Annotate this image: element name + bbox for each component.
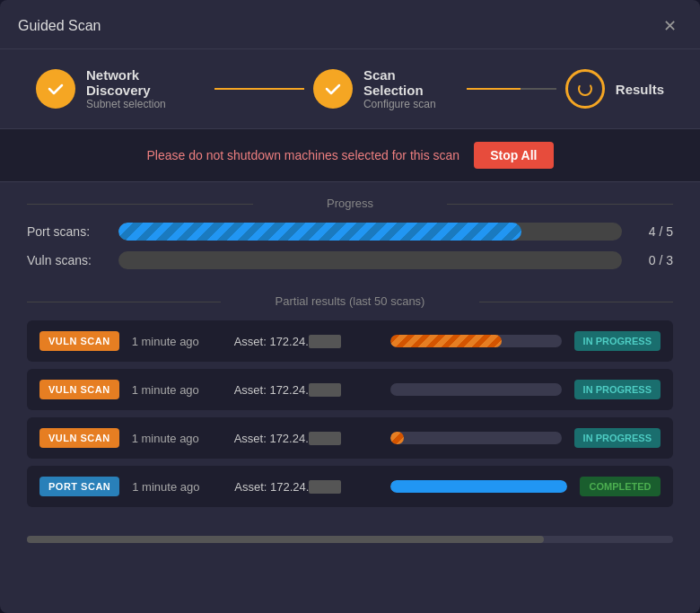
scan-asset: Asset: 172.24. (234, 480, 378, 494)
status-badge: COMPLETED (580, 477, 661, 496)
partial-results-section: Partial results (last 50 scans) VULN SCA… (0, 294, 700, 529)
port-scans-track (118, 223, 622, 241)
scan-asset: Asset: 172.24. (234, 432, 378, 445)
step-text-network: Network Discovery Subnet selection (86, 67, 206, 110)
scan-progress-track (390, 480, 567, 493)
progress-title: Progress (27, 197, 673, 210)
progress-section: Progress Port scans: 4 / 5 Vuln scans: 0… (0, 182, 700, 294)
scrollbar-thumb (27, 536, 544, 543)
scan-type-badge: PORT SCAN (39, 477, 119, 496)
scan-progress-track (390, 335, 562, 347)
step-icon-results (565, 69, 605, 109)
scan-type-badge: VULN SCAN (39, 331, 119, 351)
step-label-scan: Scan Selection (363, 67, 458, 98)
loading-icon (577, 81, 593, 97)
port-scans-label: Port scans: (27, 224, 108, 239)
vuln-scans-track (118, 251, 622, 269)
scan-progress-fill (390, 335, 502, 347)
port-scans-row: Port scans: 4 / 5 (27, 223, 673, 241)
scrollbar[interactable] (27, 536, 673, 543)
connector-2 (467, 88, 556, 90)
scan-progress-fill (390, 432, 404, 444)
scan-time: 1 minute ago (132, 383, 222, 397)
checkmark-icon (47, 80, 65, 98)
scan-asset: Asset: 172.24. (234, 383, 378, 397)
stop-all-button[interactable]: Stop All (474, 142, 553, 169)
modal-title: Guided Scan (18, 18, 101, 34)
port-scans-count: 4 / 5 (633, 224, 673, 239)
step-sublabel-network: Subnet selection (86, 98, 206, 110)
vuln-scans-row: Vuln scans: 0 / 3 (27, 251, 673, 269)
step-label-results: Results (616, 82, 664, 97)
step-icon-scan-selection (313, 69, 353, 109)
status-badge: IN PROGRESS (574, 380, 661, 399)
scan-time: 1 minute ago (132, 432, 222, 445)
scan-type-badge: VULN SCAN (39, 380, 119, 399)
scan-time: 1 minute ago (132, 335, 222, 348)
scan-row: PORT SCAN 1 minute ago Asset: 172.24. CO… (27, 466, 673, 507)
step-icon-network-discovery (36, 69, 75, 109)
scan-row: VULN SCAN 1 minute ago Asset: 172.24. IN… (27, 417, 673, 459)
connector-1 (214, 88, 304, 90)
status-badge: IN PROGRESS (574, 428, 661, 448)
scan-progress-track (390, 383, 562, 396)
scan-progress-fill (390, 480, 567, 493)
modal-header: Guided Scan ✕ (0, 0, 700, 49)
warning-bar: Please do not shutdown machines selected… (0, 128, 700, 182)
close-button[interactable]: ✕ (658, 14, 682, 38)
vuln-scans-label: Vuln scans: (27, 253, 108, 267)
scan-progress-track (390, 432, 562, 444)
scan-type-badge: VULN SCAN (39, 428, 119, 448)
step-scan-selection: Scan Selection Configure scan (313, 67, 458, 110)
guided-scan-modal: Guided Scan ✕ Network Discovery Subnet s… (0, 0, 700, 613)
step-sublabel-scan: Configure scan (363, 98, 458, 110)
scan-row: VULN SCAN 1 minute ago Asset: 172.24. IN… (27, 369, 673, 410)
step-text-results: Results (616, 82, 664, 97)
steps-bar: Network Discovery Subnet selection Scan … (0, 49, 700, 128)
step-network-discovery: Network Discovery Subnet selection (36, 67, 206, 110)
scan-time: 1 minute ago (132, 480, 222, 494)
checkmark-icon-2 (324, 80, 342, 98)
svg-point-0 (579, 83, 591, 95)
step-label-network: Network Discovery (86, 67, 206, 98)
status-badge: IN PROGRESS (574, 331, 661, 351)
vuln-scans-count: 0 / 3 (633, 253, 673, 267)
step-results: Results (565, 69, 664, 109)
port-scans-fill (118, 223, 521, 241)
warning-text: Please do not shutdown machines selected… (146, 148, 459, 162)
scan-row: VULN SCAN 1 minute ago Asset: 172.24. IN… (27, 320, 673, 362)
scan-asset: Asset: 172.24. (234, 335, 378, 348)
step-text-scan: Scan Selection Configure scan (363, 67, 458, 110)
partial-title: Partial results (last 50 scans) (27, 294, 673, 308)
